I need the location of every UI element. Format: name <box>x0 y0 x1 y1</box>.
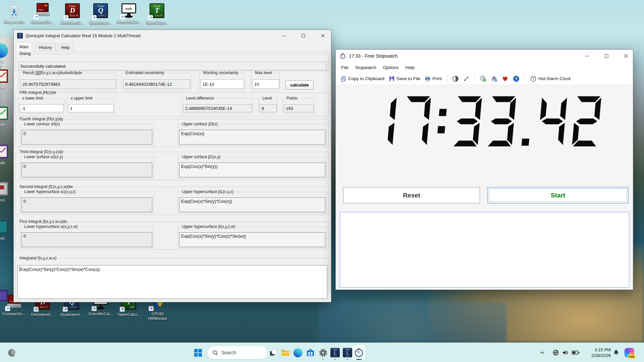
upper-hypersurface-group: Upper hypersurface β(x,y,z,w) Exp(Cos(x)… <box>178 227 327 248</box>
search-placeholder: Search <box>221 350 236 355</box>
menu-help[interactable]: Help <box>402 64 418 71</box>
x-upper-limit-input[interactable]: 1 <box>68 104 114 112</box>
file-explorer-icon <box>281 348 290 357</box>
close-button[interactable] <box>618 50 634 62</box>
calculate-button[interactable]: calculate <box>285 80 314 89</box>
new-clock-button[interactable] <box>478 74 488 83</box>
favorite-button[interactable] <box>500 74 510 83</box>
third-integral-title: Third integral ∫f2(x,y,z)dz <box>18 149 65 154</box>
lap-list[interactable] <box>340 212 629 288</box>
start-button[interactable] <box>191 345 205 361</box>
chart-icon <box>0 69 8 83</box>
tab-help[interactable]: Help <box>57 43 73 51</box>
desktop-icon-microsoft-edge[interactable]: MicE <box>0 43 10 69</box>
tray-clock[interactable]: 3:15 PM 2/26/2026 <box>582 347 611 358</box>
x-upper-limit-group: x upper limit 1 <box>67 98 114 114</box>
integrand-input[interactable]: Exp(Cos(x)*Sin(y)*Cos(z)*Sin(w)*Cos(u)) <box>17 265 327 299</box>
lower-contour-input[interactable]: 0 <box>21 130 152 144</box>
network-tray-button[interactable] <box>551 345 560 361</box>
upper-contour-input[interactable]: Exp(Cos(x)) <box>179 130 325 144</box>
desktop-icon-taylorcalcu[interactable]: Tvalx T Real45 TaylorCalcu... <box>142 3 172 25</box>
settings-button[interactable] <box>316 345 330 361</box>
running-indicator <box>347 359 348 360</box>
lower-hypersurface1-label: Lower hypersurface α1(x,y,z) <box>23 189 77 194</box>
desktop-icon-collection-green[interactable]: Colle <box>0 106 10 127</box>
upper-hypersurface-input[interactable]: Exp(Cos(x)*Sin(y)*Cos(z)*Sin(w)) <box>179 232 325 247</box>
lower-hypersurface-input[interactable]: 0 <box>21 232 152 247</box>
level-label: Level <box>261 96 273 101</box>
desktop-icon-com-teal[interactable]: Com <box>0 219 10 241</box>
menu-file[interactable]: File <box>338 64 352 71</box>
lower-surface-group: Lower surface α2(x,y) 0 <box>20 157 154 178</box>
lower-hypersurface1-input[interactable]: 0 <box>21 197 152 212</box>
stopwatch-toolbar: Copy to Clipboard Save to File Print ? H… <box>336 72 633 85</box>
working-uncertainty-input[interactable]: 1E-10 <box>201 79 244 89</box>
tray-chevron-button[interactable] <box>537 345 547 361</box>
save-to-file-button[interactable]: Save to File <box>387 75 422 83</box>
menu-stopwatch[interactable]: Stopwatch <box>352 64 380 71</box>
desktop-icon-compactsc[interactable]: Tvalx 54 CompactSc... <box>28 3 58 24</box>
menu-options[interactable]: Options <box>380 64 402 71</box>
taskbar: Search Tvalx∫5Quint Tvalx∫6Quint 3:15 P <box>0 343 644 362</box>
x-lower-limit-input[interactable]: -1 <box>19 104 64 112</box>
print-button[interactable]: Print <box>423 75 443 83</box>
lower-surface-label: Lower surface α2(x,y) <box>23 155 64 159</box>
shortcut-arrow-icon <box>120 14 125 19</box>
search-icon <box>212 350 218 356</box>
lower-contour-label: Lower contour α3(x) <box>23 122 61 126</box>
stopwatch-titlebar[interactable]: 17:33 - Free Stopwatch <box>336 50 633 62</box>
max-level-group: Max level 10 <box>251 73 280 91</box>
task-view-button[interactable] <box>267 345 280 361</box>
upper-hypersurface1-input[interactable]: Exp(Cos(x)*Sin(y)*Cos(z)) <box>179 197 325 212</box>
close-button[interactable] <box>315 30 330 41</box>
running-indicator <box>334 359 336 360</box>
window-title: 17:33 - Free Stopwatch <box>349 53 398 59</box>
desktop-icon-recycle-bin[interactable]: Recycle Bin <box>0 3 29 24</box>
desktop-icon-scientificcal[interactable]: tvalx ScientificCal... <box>114 3 144 24</box>
shortcut-arrow-icon <box>120 307 125 312</box>
resize-button[interactable] <box>462 75 471 83</box>
hot-alarm-clock-button[interactable]: Hot Alarm Clock <box>529 74 572 83</box>
desktop-icon-label: Quadrature... <box>57 312 87 317</box>
volume-tray-button[interactable] <box>560 345 570 361</box>
tab-history[interactable]: History <box>35 43 56 51</box>
help-button[interactable]: ? <box>512 74 521 83</box>
desktop-icon-collection-purple[interactable]: Colle <box>0 144 10 166</box>
copy-to-clipboard-button[interactable]: Copy to Clipboard <box>339 75 386 83</box>
minimize-button[interactable] <box>579 50 595 62</box>
file-explorer-button[interactable] <box>279 345 292 361</box>
reset-button[interactable]: Reset <box>343 187 480 203</box>
copilot-tray-button[interactable]: PRE <box>622 345 637 361</box>
desktop-icon-quadrature[interactable]: Tvalx Q Level 2 Quadrature... <box>86 3 116 25</box>
notifications-tray-button[interactable] <box>611 345 621 361</box>
tab-main[interactable]: Main <box>16 42 32 51</box>
level-group: Level 6 <box>258 98 277 114</box>
stopwatch-taskbar-button[interactable] <box>352 345 366 361</box>
maximize-button[interactable] <box>296 30 311 41</box>
edge-button[interactable] <box>291 345 305 361</box>
quintuple-calculator-1-button[interactable]: Tvalx∫5Quint <box>328 345 342 361</box>
start-button[interactable]: Start <box>487 187 629 203</box>
stopwatch-window: 17:33 - Free Stopwatch File Stopwatch Op… <box>335 49 633 290</box>
home-button[interactable] <box>489 74 499 83</box>
max-level-input[interactable]: 10 <box>252 79 279 89</box>
x-lower-limit-group: x lower limit -1 <box>18 98 64 114</box>
minimize-button[interactable] <box>276 30 291 41</box>
lower-surface-input[interactable]: 0 <box>21 163 152 177</box>
stopwatch-menubar: File Stopwatch Options Help <box>336 62 633 72</box>
calculator-titlebar[interactable]: ∫ Quintuple Integral Calculator Real 15 … <box>14 30 331 41</box>
desktop-icon-com-gray[interactable]: Com <box>0 181 10 203</box>
battery-tray-button[interactable] <box>570 345 581 361</box>
taskbar-search[interactable]: Search <box>207 346 268 359</box>
maximize-button[interactable] <box>599 50 614 62</box>
desktop-icon-derivativec[interactable]: Tvalx D Real 36 DerivativeC... <box>57 3 88 25</box>
upper-surface-input[interactable]: Exp(Cos(x)*Sin(y)) <box>179 163 325 177</box>
tile-badge: 54 <box>44 4 48 7</box>
desktop-icon-collection-red[interactable]: Colle <box>0 68 10 90</box>
print-label: Print <box>432 76 442 81</box>
widgets-weather-icon[interactable] <box>5 345 18 361</box>
contrast-button[interactable] <box>451 74 460 83</box>
lower-hypersurface1-group: Lower hypersurface α1(x,y,z) 0 <box>20 192 154 213</box>
microsoft-store-button[interactable] <box>304 345 317 361</box>
points-label: Points <box>285 96 299 101</box>
